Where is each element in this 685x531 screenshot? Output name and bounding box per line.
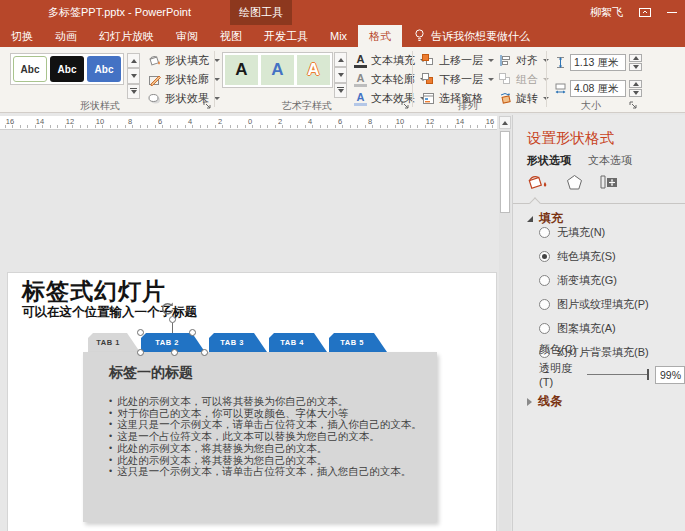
contextual-tab-drawing-tools[interactable]: 绘图工具 xyxy=(230,0,292,25)
send-backward-icon xyxy=(422,73,435,86)
shape-height-icon xyxy=(554,56,567,69)
scrollbar-up-arrow[interactable] xyxy=(499,116,511,129)
resize-handle[interactable] xyxy=(201,349,208,356)
ribbon-tab[interactable]: 切换 xyxy=(0,25,44,47)
scrollbar-thumb[interactable] xyxy=(500,131,510,213)
shape-width-input[interactable] xyxy=(570,80,626,97)
rotation-handle[interactable] xyxy=(169,316,176,323)
ribbon-tab[interactable]: 幻灯片放映 xyxy=(88,25,165,47)
gallery-down-arrow[interactable] xyxy=(334,67,347,82)
pane-tab-shape-options[interactable]: 形状选项 xyxy=(527,153,571,168)
shape-style-thumbnail[interactable]: Abc xyxy=(87,56,121,82)
horizontal-ruler[interactable]: 1614121086420246810121416 xyxy=(0,116,497,130)
gallery-down-arrow[interactable] xyxy=(127,68,140,83)
text-effects-button[interactable]: A 文本效果 xyxy=(352,90,428,107)
wordart-style-thumbnail[interactable]: A xyxy=(225,55,258,85)
text-outline-icon: A xyxy=(354,73,367,86)
fill-option-radio[interactable]: 图案填充(A) xyxy=(539,321,649,336)
radio-button[interactable] xyxy=(539,227,550,238)
ribbon-tab[interactable]: 动画 xyxy=(44,25,88,47)
radio-button[interactable] xyxy=(539,299,550,310)
size-dialog-launcher[interactable] xyxy=(628,100,638,110)
slide-tab-shape[interactable]: TAB 5 xyxy=(329,333,387,352)
radio-button[interactable] xyxy=(539,323,550,334)
size-group-label: 大小 xyxy=(566,99,616,113)
slide[interactable]: 标签式幻灯片 可以在这个位置输入一个子标题 TAB 1 xyxy=(8,273,496,531)
shape-styles-dialog-launcher[interactable] xyxy=(202,100,212,110)
text-outline-button[interactable]: A 文本轮廓 xyxy=(352,71,428,88)
ribbon-display-options-icon[interactable] xyxy=(639,6,651,19)
transparency-slider-thumb[interactable] xyxy=(647,369,649,380)
fill-options: 无填充(N) 纯色填充(S) 渐变填充(G) 图片或纹理填充(P) xyxy=(539,225,649,360)
wordart-style-thumbnail[interactable]: A xyxy=(297,55,330,85)
ribbon-tab[interactable]: Mix xyxy=(319,25,358,47)
height-spin-up[interactable] xyxy=(629,54,642,62)
width-spin-down[interactable] xyxy=(629,89,642,97)
powerpoint-window: 多标签PPT.pptx - PowerPoint 绘图工具 柳絮飞 切换动画幻灯… xyxy=(0,0,685,531)
vertical-scrollbar[interactable] xyxy=(499,116,511,531)
shape-style-thumbnail[interactable]: Abc xyxy=(50,56,84,82)
pane-tab-text-options[interactable]: 文本选项 xyxy=(588,153,632,168)
minimize-button[interactable] xyxy=(667,12,677,13)
gallery-up-arrow[interactable] xyxy=(334,52,347,67)
fill-line-icon[interactable] xyxy=(527,173,549,195)
fill-option-radio[interactable]: 渐变填充(G) xyxy=(539,273,649,288)
resize-handle[interactable] xyxy=(137,349,144,356)
fill-option-radio[interactable]: 纯色填充(S) xyxy=(539,249,649,264)
bullet-item: •此处的示例文本，可以将其替换为你自己的文本。 xyxy=(109,396,427,408)
shape-style-thumbnail[interactable]: Abc xyxy=(13,56,47,82)
ruler-number: 2 xyxy=(265,117,295,126)
text-fill-button[interactable]: A 文本填充 xyxy=(352,52,428,69)
resize-handle[interactable] xyxy=(137,329,144,336)
ribbon-tab[interactable]: 视图 xyxy=(209,25,253,47)
lightbulb-icon xyxy=(414,29,425,44)
ruler-number: 14 xyxy=(445,117,475,126)
slide-tab-shape[interactable]: TAB 3 xyxy=(209,333,267,352)
slide-tab-shape[interactable]: TAB 2 xyxy=(141,333,205,352)
arrange-group-label: 排列 xyxy=(438,99,498,113)
gallery-more-button[interactable] xyxy=(127,84,140,99)
slide-canvas[interactable]: 标签式幻灯片 可以在这个位置输入一个子标题 TAB 1 xyxy=(0,115,512,531)
send-backward-button[interactable]: 下移一层 xyxy=(420,71,496,88)
shape-fill-button[interactable]: 形状填充 xyxy=(146,52,222,69)
gallery-more-button[interactable] xyxy=(334,83,347,98)
ruler-number: 4 xyxy=(295,117,325,126)
title-bar: 多标签PPT.pptx - PowerPoint 绘图工具 柳絮飞 xyxy=(0,0,685,25)
wordart-dialog-launcher[interactable] xyxy=(400,100,410,110)
shape-styles-gallery[interactable]: AbcAbcAbc xyxy=(10,53,124,85)
rotate-button[interactable]: 旋转 xyxy=(497,90,551,107)
resize-handle[interactable] xyxy=(189,329,196,336)
ruler-number: 10 xyxy=(85,117,115,126)
shape-height-input[interactable] xyxy=(570,54,626,71)
radio-button[interactable] xyxy=(539,275,550,286)
slide-tab-shape[interactable]: TAB 1 xyxy=(88,333,140,352)
group-button[interactable]: 组合 xyxy=(497,71,551,88)
size-properties-icon[interactable] xyxy=(600,174,618,194)
fill-option-radio[interactable]: 图片或纹理填充(P) xyxy=(539,297,649,312)
format-shape-pane: 设置形状格式 形状选项 文本选项 填充 xyxy=(512,115,685,531)
shape-outline-button[interactable]: 形状轮廓 xyxy=(146,71,222,88)
radio-button[interactable] xyxy=(539,251,550,262)
fill-option-radio[interactable]: 无填充(N) xyxy=(539,225,649,240)
bullet-list[interactable]: •此处的示例文本，可以将其替换为你自己的文本。•对于你自己的文本，你可以更改颜色… xyxy=(109,396,427,478)
gallery-up-arrow[interactable] xyxy=(127,53,140,68)
transparency-slider[interactable] xyxy=(587,369,649,380)
align-button[interactable]: 对齐 xyxy=(497,52,551,69)
ribbon-tab[interactable]: 开发工具 xyxy=(253,25,319,47)
bring-forward-button[interactable]: 上移一层 xyxy=(420,52,496,69)
tell-me-box[interactable]: 告诉我你想要做什么 xyxy=(402,25,542,47)
line-section-header[interactable]: 线条 xyxy=(527,393,562,410)
slide-tab-shape[interactable]: TAB 4 xyxy=(269,333,327,352)
wordart-group-label: 艺术字样式 xyxy=(262,99,352,113)
tab-content-panel[interactable]: 标签一的标题 •此处的示例文本，可以将其替换为你自己的文本。•对于你自己的文本，… xyxy=(83,352,437,522)
user-name[interactable]: 柳絮飞 xyxy=(590,5,623,20)
width-spin-up[interactable] xyxy=(629,80,642,88)
ribbon-tab[interactable]: 格式 xyxy=(358,25,402,47)
transparency-value-input[interactable] xyxy=(655,366,685,384)
height-spin-down[interactable] xyxy=(629,63,642,71)
effects-icon[interactable] xyxy=(566,174,583,195)
ribbon-tab[interactable]: 审阅 xyxy=(165,25,209,47)
wordart-gallery[interactable]: AAA xyxy=(222,52,333,88)
tab-content-title[interactable]: 标签一的标题 xyxy=(109,364,193,382)
wordart-style-thumbnail[interactable]: A xyxy=(261,55,294,85)
